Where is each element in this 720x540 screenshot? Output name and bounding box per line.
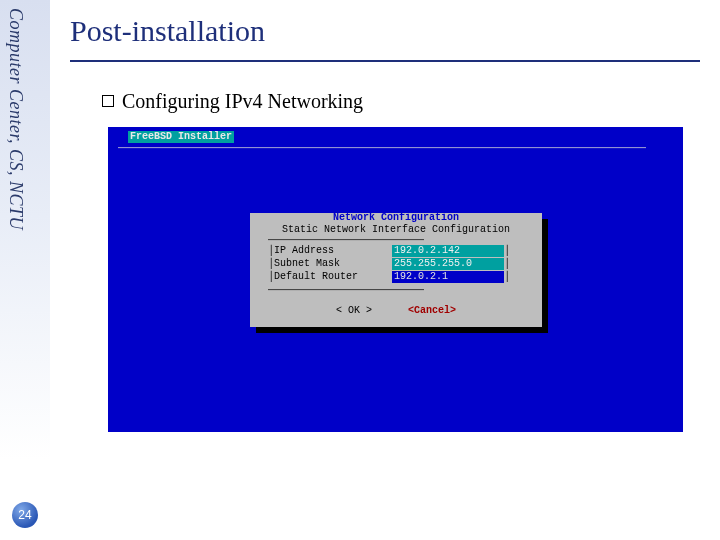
terminal-header: FreeBSD Installer — [128, 131, 234, 143]
cancel-button[interactable]: <Cancel> — [408, 305, 456, 316]
terminal-divider: ────────────────────────────────────────… — [118, 143, 673, 155]
page-number-badge: 24 — [12, 502, 38, 528]
field-ip-address: │IP Address 192.0.2.142│ — [268, 245, 510, 258]
network-config-dialog: Network Configuration Static Network Int… — [250, 213, 542, 327]
terminal-screenshot: FreeBSD Installer ──────────────────────… — [108, 127, 683, 432]
sidebar-org-text: Computer Center, CS, NCTU — [5, 8, 26, 230]
slide-content: Post-installation Configuring IPv4 Netwo… — [70, 14, 700, 432]
ok-button[interactable]: < OK > — [336, 305, 372, 316]
field-label: │IP Address — [268, 245, 386, 257]
sidebar: Computer Center, CS, NCTU — [0, 0, 50, 540]
dialog-inner-bottom-line: ────────────────────────── — [268, 285, 424, 297]
bullet-square-icon — [102, 95, 114, 107]
slide-title: Post-installation — [70, 14, 700, 48]
bullet-line: Configuring IPv4 Networking — [102, 90, 700, 113]
title-divider — [70, 60, 700, 62]
default-router-input[interactable]: 192.0.2.1 — [392, 271, 504, 283]
field-default-router: │Default Router 192.0.2.1│ — [268, 271, 510, 284]
dialog-fields: │IP Address 192.0.2.142│ │Subnet Mask 25… — [268, 245, 510, 284]
field-subnet-mask: │Subnet Mask 255.255.255.0│ — [268, 258, 510, 271]
subnet-mask-input[interactable]: 255.255.255.0 — [392, 258, 504, 270]
bullet-text: Configuring IPv4 Networking — [122, 90, 363, 112]
ip-address-input[interactable]: 192.0.2.142 — [392, 245, 504, 257]
field-label: │Default Router — [268, 271, 386, 283]
dialog-buttons: < OK > <Cancel> — [250, 305, 542, 317]
field-label: │Subnet Mask — [268, 258, 386, 270]
dialog-title: Network Configuration — [333, 212, 459, 224]
